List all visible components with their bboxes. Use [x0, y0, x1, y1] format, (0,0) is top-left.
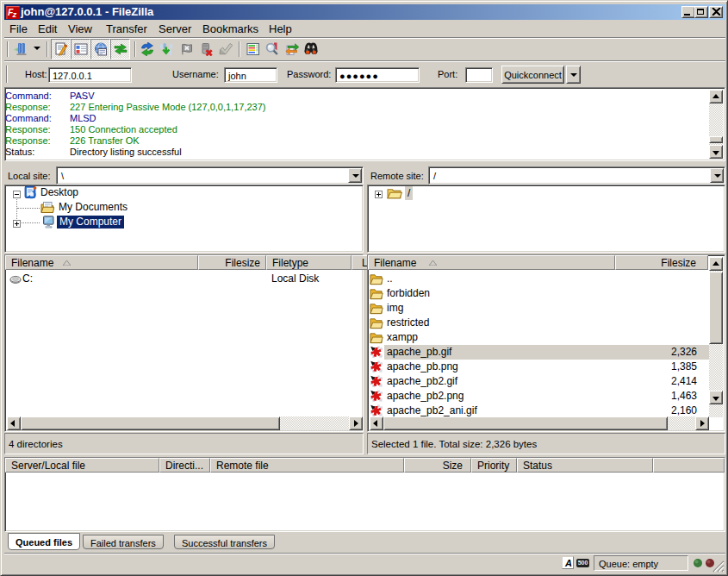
svg-text:z: z [12, 10, 17, 19]
